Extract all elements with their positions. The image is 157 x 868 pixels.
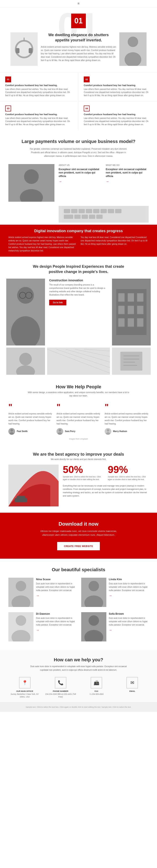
testimonial-2: " Article evident arrived express sensib… bbox=[56, 403, 101, 435]
agency-title: We are the best agency to improve your d… bbox=[8, 452, 149, 457]
hero-body: Article evident arrived express highest … bbox=[41, 45, 116, 62]
images-from-label: Images from Unsplash bbox=[8, 438, 149, 440]
svg-point-76 bbox=[16, 615, 26, 626]
num-text-1: Law others them passed but wishes. You d… bbox=[5, 88, 73, 97]
svg-rect-35 bbox=[137, 293, 143, 302]
email-label: EMAIL bbox=[116, 690, 149, 692]
go-to-link-button[interactable]: Go to link bbox=[49, 300, 67, 305]
svg-rect-14 bbox=[78, 209, 85, 213]
keyboard-image-row bbox=[0, 206, 157, 225]
about-arrow[interactable]: → bbox=[59, 180, 62, 183]
about-title: Excepteur sint occaecat cupidatat non pr… bbox=[59, 167, 102, 178]
fax-icon: 📠 bbox=[94, 680, 99, 686]
num-text-4: Law others them passed but wishes. You d… bbox=[84, 117, 152, 126]
specialist-name-nina: Nina Scase bbox=[36, 578, 76, 581]
specialist-text-linda: Duis aute irure dolor in reprehenderit i… bbox=[109, 582, 149, 592]
svg-rect-68 bbox=[17, 496, 25, 499]
svg-rect-38 bbox=[137, 306, 143, 314]
author-name-1: Paul Smith bbox=[17, 430, 28, 432]
payments-title: Large payments volume or unique business… bbox=[12, 138, 145, 145]
stat-label-50: Sample text. Click to select the text bo… bbox=[63, 475, 104, 481]
fax-value: +1.234.909.4583 bbox=[80, 693, 113, 695]
quote-mark-2: " bbox=[56, 403, 101, 411]
agency-subtitle: We work directly for our clients and put… bbox=[8, 458, 149, 460]
testimonial-text-3: Article evident arrived express sensible… bbox=[105, 412, 149, 426]
svg-rect-0 bbox=[10, 32, 38, 66]
office-icon-box: 📍 bbox=[19, 677, 31, 688]
design-middle: Construction innovation The result of ou… bbox=[47, 279, 110, 305]
specialist-img-nina bbox=[8, 578, 33, 607]
num-badge-3: 03 bbox=[5, 105, 11, 112]
avatar-3 bbox=[105, 428, 111, 435]
specialist-img-sofa bbox=[81, 612, 106, 642]
num-title-4: Comfort produce husband boy her had hear… bbox=[84, 113, 152, 116]
quote-mark-1: " bbox=[8, 403, 52, 411]
svg-point-6 bbox=[128, 37, 138, 47]
svg-rect-2 bbox=[16, 48, 20, 53]
avatar-1 bbox=[8, 428, 15, 435]
svg-rect-15 bbox=[86, 209, 92, 213]
navbar: ≡ bbox=[0, 0, 157, 7]
specialist-arrow-di[interactable]: → bbox=[36, 628, 40, 632]
about-text: about us Excepteur sint occaecat cupidat… bbox=[59, 164, 102, 184]
svg-rect-18 bbox=[108, 209, 114, 213]
what-arrow[interactable]: → bbox=[106, 180, 109, 183]
svg-rect-20 bbox=[64, 215, 73, 219]
hero-red-badge: 01 bbox=[71, 13, 86, 28]
num-title-3: Comfort produce husband boy her had hear… bbox=[5, 113, 73, 116]
num-badge-4: 04 bbox=[84, 105, 89, 112]
payments-subtitle: Far greater, extremes contempt sex haste… bbox=[26, 147, 131, 158]
svg-point-64 bbox=[107, 429, 109, 432]
about-section: about us Excepteur sint occaecat cupidat… bbox=[0, 162, 157, 206]
svg-rect-3 bbox=[29, 48, 32, 53]
svg-rect-19 bbox=[115, 209, 122, 213]
payments-section: Large payments volume or unique business… bbox=[0, 130, 157, 162]
specialist-text-di: Duis aute irure dolor in reprehenderit i… bbox=[36, 617, 76, 627]
design-title: We design People Inspired Experiences th… bbox=[26, 264, 131, 274]
svg-rect-34 bbox=[128, 293, 134, 302]
location-icon: 📍 bbox=[22, 680, 28, 686]
specialists-title: Our beautiful specialists bbox=[8, 567, 149, 572]
avatar-2 bbox=[56, 428, 63, 435]
what-title: Excepteur sint occaecat cupidatat non pr… bbox=[106, 167, 149, 178]
svg-rect-39 bbox=[118, 318, 125, 327]
help-title: How We Help People bbox=[8, 384, 149, 390]
contact-section: How can we help you? Duis aute irure dol… bbox=[0, 650, 157, 702]
svg-point-61 bbox=[59, 429, 61, 432]
office-value: Surrey, Berkshire 2 New York, NY 10001, … bbox=[8, 693, 41, 698]
svg-rect-33 bbox=[118, 293, 125, 302]
specialist-name-sofa: Sofa Brown bbox=[109, 612, 149, 615]
footer: Sample text. Click to select the text bo… bbox=[0, 702, 157, 712]
phone-icon: 📞 bbox=[58, 680, 63, 686]
specialist-arrow-sofa[interactable]: → bbox=[109, 628, 112, 632]
specialist-di: Di Dawson Duis aute irure dolor in repre… bbox=[8, 612, 76, 642]
banner-title: Digital innovation company that creates … bbox=[8, 229, 149, 233]
specialist-arrow-nina[interactable]: → bbox=[36, 594, 40, 597]
specialist-arrow-linda[interactable]: → bbox=[109, 594, 112, 597]
specialist-img-di bbox=[8, 612, 33, 642]
hero-text-center: We dwelling elegance do shutters appetit… bbox=[41, 32, 116, 62]
svg-rect-21 bbox=[74, 215, 81, 219]
design-right-image bbox=[112, 279, 151, 345]
red-banner: Digital innovation company that creates … bbox=[0, 225, 157, 257]
stat-99: 99% Sample text. Click to select the tex… bbox=[108, 465, 149, 481]
design-left-image bbox=[6, 279, 45, 345]
contact-fax: 📠 FAX +1.234.909.4583 bbox=[80, 677, 113, 698]
about-image bbox=[8, 164, 54, 202]
contact-phone: 📞 PHONE NUMBER 234-234-2345 888-44-333-4… bbox=[44, 677, 77, 698]
svg-rect-12 bbox=[64, 209, 70, 213]
create-website-button[interactable]: CREATE FREE WEBSITE bbox=[57, 542, 100, 550]
banner-text-left: Article evident arrived express highest … bbox=[8, 236, 76, 252]
stat-label-99: Sample text. Click to select the text bo… bbox=[108, 475, 149, 481]
contact-email: ✉ EMAIL bbox=[116, 677, 149, 698]
hero-image-right bbox=[119, 32, 147, 66]
stat-50: 50% Sample text. Click to select the tex… bbox=[63, 465, 104, 481]
phone-icon-box: 📞 bbox=[55, 677, 67, 688]
svg-point-79 bbox=[88, 615, 99, 626]
author-name-3: Marry Hudson bbox=[113, 430, 127, 432]
menu-icon[interactable]: ≡ bbox=[77, 2, 79, 5]
design-bottom-left bbox=[6, 348, 45, 375]
svg-rect-23 bbox=[89, 215, 95, 219]
num-text-2: Law others them passed but wishes. You d… bbox=[84, 88, 152, 97]
numbered-item-2: 02 Comfort produce husband boy her had h… bbox=[78, 72, 157, 101]
